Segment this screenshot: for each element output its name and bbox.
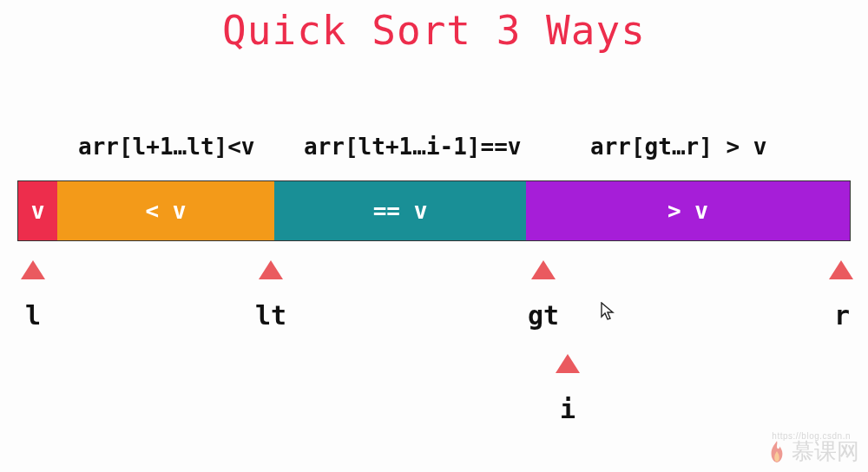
pointer-lt-label: lt bbox=[255, 300, 286, 331]
flame-icon bbox=[767, 440, 786, 464]
pointer-i-icon bbox=[556, 354, 580, 373]
pointer-gt-label: gt bbox=[528, 300, 559, 331]
segment-greater: > v bbox=[526, 181, 850, 240]
pointer-l-label: l bbox=[25, 300, 41, 331]
formula-equal: arr[lt+1…i-1]==v bbox=[304, 134, 521, 160]
pointer-r-label: r bbox=[834, 300, 850, 331]
pointer-l-icon bbox=[21, 260, 45, 279]
segment-less: < v bbox=[57, 181, 274, 240]
watermark: 慕课网 bbox=[767, 436, 859, 467]
pointer-gt-icon bbox=[531, 260, 556, 279]
pointer-i-label: i bbox=[560, 394, 575, 424]
watermark-text: 慕课网 bbox=[792, 436, 859, 467]
partition-bar: v < v == v > v bbox=[17, 180, 851, 241]
formula-less: arr[l+1…lt]<v bbox=[78, 134, 255, 160]
segment-equal: == v bbox=[274, 181, 526, 240]
formula-row: arr[l+1…lt]<v arr[lt+1…i-1]==v arr[gt…r]… bbox=[0, 134, 868, 168]
diagram-title: Quick Sort 3 Ways bbox=[0, 7, 868, 54]
formula-greater: arr[gt…r] > v bbox=[590, 134, 767, 160]
cursor-icon bbox=[601, 302, 615, 325]
pointer-r-icon bbox=[829, 260, 853, 279]
pointer-lt-icon bbox=[259, 260, 283, 279]
segment-pivot: v bbox=[18, 181, 57, 240]
diagram-stage: Quick Sort 3 Ways arr[l+1…lt]<v arr[lt+1… bbox=[0, 0, 868, 472]
